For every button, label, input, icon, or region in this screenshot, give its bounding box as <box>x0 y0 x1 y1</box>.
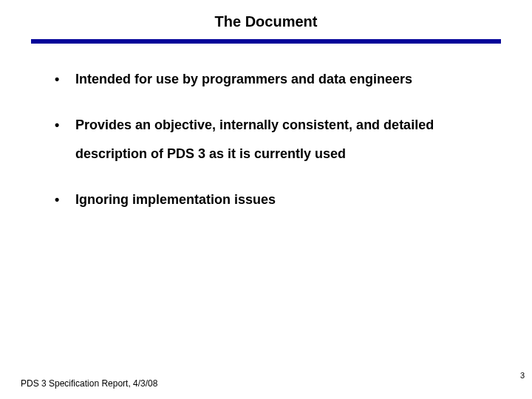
list-item: Provides an objective, internally consis… <box>55 111 483 169</box>
bullet-list: Intended for use by programmers and data… <box>55 65 483 231</box>
slide: The Document Intended for use by program… <box>0 0 532 399</box>
list-item: Ignoring implementation issues <box>55 185 483 215</box>
page-number: 3 <box>520 371 525 380</box>
footer-text: PDS 3 Specification Report, 4/3/08 <box>21 378 157 389</box>
slide-title: The Document <box>0 13 532 30</box>
title-underline <box>31 39 501 44</box>
list-item: Intended for use by programmers and data… <box>55 65 483 95</box>
